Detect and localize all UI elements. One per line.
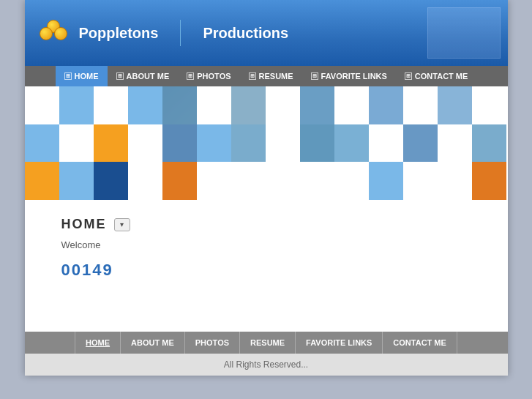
- footer-nav-photos[interactable]: PHOTOS: [185, 332, 240, 354]
- mosaic-row-1: [25, 86, 508, 124]
- footer-nav-contact-me[interactable]: CONTACT ME: [383, 332, 457, 354]
- footer-nav-favorite-links[interactable]: FAVORITE LINKS: [296, 332, 383, 354]
- hero-mosaic: [25, 86, 508, 200]
- cell: [162, 124, 197, 163]
- cell: [94, 86, 128, 124]
- visit-counter: 00149: [61, 261, 471, 280]
- nav-home-icon: ⊞: [64, 72, 72, 80]
- coin-3: [54, 27, 67, 40]
- cell: [334, 162, 369, 200]
- cell: [369, 124, 403, 163]
- cell: [25, 162, 59, 200]
- cell: [369, 86, 403, 124]
- cell: [59, 124, 94, 163]
- cell: [94, 124, 128, 163]
- cell: [128, 162, 162, 200]
- nav-home[interactable]: ⊞ HOME: [56, 66, 108, 86]
- cell: [59, 86, 94, 124]
- page-title-row: HOME ▾: [61, 217, 471, 232]
- cell: [472, 162, 506, 200]
- cell: [266, 124, 300, 163]
- logo-section: Poppletons: [40, 20, 181, 46]
- header-decoration: [427, 7, 501, 59]
- nav-contact-icon: ⊞: [405, 72, 412, 80]
- cell: [128, 86, 162, 124]
- site-name: Poppletons: [79, 25, 159, 42]
- cell: [334, 86, 369, 124]
- cell: [266, 162, 300, 200]
- mosaic-row-2: [25, 124, 508, 163]
- welcome-text: Welcome: [61, 239, 471, 250]
- footer-text: All Rights Reserved...: [224, 359, 308, 370]
- nav-links-icon: ⊞: [311, 72, 318, 80]
- nav-resume[interactable]: ⊞ RESUME: [240, 66, 302, 86]
- cell: [197, 124, 231, 163]
- cell: [369, 162, 403, 200]
- cell: [25, 86, 59, 124]
- logo-icon: [40, 20, 72, 46]
- cell: [438, 162, 472, 200]
- cell: [162, 162, 197, 200]
- cell: [300, 162, 334, 200]
- nav-photos-icon: ⊞: [187, 72, 194, 80]
- cell: [300, 86, 334, 124]
- cell: [334, 124, 369, 163]
- cell: [231, 124, 266, 163]
- cell: [472, 124, 506, 163]
- productions-label: Productions: [203, 25, 288, 42]
- cell: [94, 162, 128, 200]
- coin-2: [40, 27, 53, 40]
- cell: [197, 162, 231, 200]
- cell: [59, 162, 94, 200]
- page-dropdown-button[interactable]: ▾: [114, 218, 130, 231]
- nav-photos[interactable]: ⊞ PHOTOS: [178, 66, 239, 86]
- cell: [403, 124, 438, 163]
- cell: [403, 86, 438, 124]
- footer-nav-home[interactable]: HOME: [75, 332, 121, 354]
- cell: [438, 86, 472, 124]
- nav-bar: ⊞ HOME ⊞ ABOUT ME ⊞ PHOTOS ⊞ RESUME ⊞ FA…: [25, 66, 508, 86]
- mosaic-row-3: [25, 162, 508, 200]
- page-title: HOME: [61, 217, 107, 232]
- cell: [438, 124, 472, 163]
- footer-nav-about-me[interactable]: ABOUT ME: [121, 332, 185, 354]
- cell: [266, 86, 300, 124]
- cell: [231, 162, 266, 200]
- cell: [472, 86, 506, 124]
- cell: [403, 162, 438, 200]
- cell: [300, 124, 334, 163]
- nav-about-icon: ⊞: [116, 72, 124, 80]
- nav-resume-icon: ⊞: [249, 72, 256, 80]
- cell: [197, 86, 231, 124]
- footer: All Rights Reserved...: [25, 354, 508, 376]
- cell: [231, 86, 266, 124]
- nav-contact-me[interactable]: ⊞ CONTACT ME: [396, 66, 477, 86]
- nav-favorite-links[interactable]: ⊞ FAVORITE LINKS: [302, 66, 396, 86]
- footer-nav-resume[interactable]: RESUME: [240, 332, 296, 354]
- cell: [128, 124, 162, 163]
- nav-about-me[interactable]: ⊞ ABOUT ME: [108, 66, 179, 86]
- cell: [25, 124, 59, 163]
- footer-nav: HOME ABOUT ME PHOTOS RESUME FAVORITE LIN…: [25, 332, 508, 354]
- header: Poppletons Productions: [25, 0, 508, 66]
- main-content: HOME ▾ Welcome 00149: [25, 200, 508, 332]
